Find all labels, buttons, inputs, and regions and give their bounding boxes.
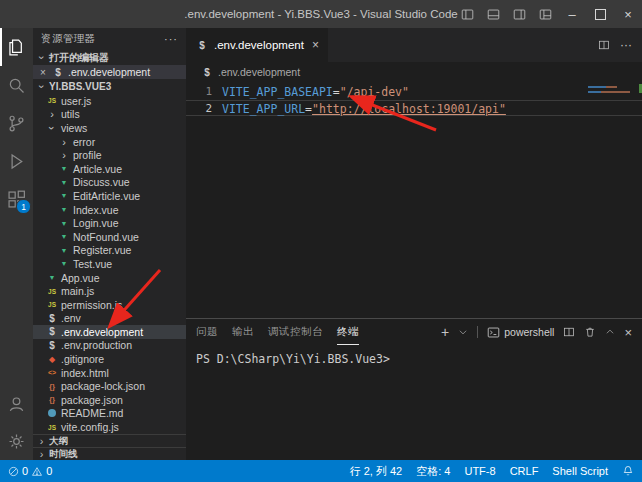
tree-item-index-html[interactable]: <>index.html xyxy=(33,366,186,380)
tree-item-label: profile xyxy=(73,149,102,161)
language-mode-status[interactable]: Shell Script xyxy=(552,465,608,477)
chevron-collapsed-icon: › xyxy=(45,108,59,120)
tree-item-package-lock-json[interactable]: {}package-lock.json xyxy=(33,379,186,393)
maximize-button[interactable] xyxy=(586,0,614,28)
more-actions-icon[interactable]: ··· xyxy=(164,33,178,45)
vue-file-icon: ▼ xyxy=(57,165,71,172)
tree-item-test-vue[interactable]: ▼Test.vue xyxy=(33,257,186,271)
tree-item-register-vue[interactable]: ▼Register.vue xyxy=(33,244,186,258)
open-editors-header[interactable]: › 打开的编辑器 xyxy=(33,50,186,65)
panel-tab-problems[interactable]: 问题 xyxy=(196,320,218,345)
tree-item-label: package-lock.json xyxy=(61,380,145,392)
tree-item-app-vue[interactable]: ▼App.vue xyxy=(33,271,186,285)
encoding-status[interactable]: UTF-8 xyxy=(464,465,495,477)
code-line-2[interactable]: 2VITE_APP_URL="http://localhost:19001/ap… xyxy=(186,100,642,116)
tree-item-editarticle-vue[interactable]: ▼EditArticle.vue xyxy=(33,189,186,203)
panel-tab-debug-console[interactable]: 调试控制台 xyxy=(268,320,323,345)
terminal-instance[interactable]: powershell xyxy=(487,326,554,339)
outline-section-header[interactable]: › 大纲 xyxy=(33,434,186,447)
tree-item--env[interactable]: $.env xyxy=(33,312,186,326)
code-editor[interactable]: 1VITE_APP_BASEAPI="/api-dev"2VITE_APP_UR… xyxy=(186,82,642,318)
env-variable-name: VITE_APP_BASEAPI xyxy=(222,84,333,100)
cursor-position-status[interactable]: 行 2, 列 42 xyxy=(350,464,403,479)
new-terminal-icon[interactable]: + xyxy=(441,325,449,339)
activity-bar-extensions[interactable]: 1 xyxy=(0,180,33,218)
tree-item-label: Discuss.vue xyxy=(73,176,130,188)
project-root-header[interactable]: › YI.BBS.VUE3 xyxy=(33,79,186,94)
tree-item-permission-js[interactable]: JSpermission.js xyxy=(33,298,186,312)
split-terminal-icon[interactable] xyxy=(563,326,575,338)
status-bar-right: 行 2, 列 42 空格: 4 UTF-8 CRLF Shell Script xyxy=(350,464,634,479)
tree-item-label: views xyxy=(61,122,87,134)
activity-bar-run-debug[interactable] xyxy=(0,142,33,180)
activity-bar-explorer[interactable] xyxy=(0,28,33,66)
tree-item-label: vite.config.js xyxy=(61,421,119,433)
tree-item-discuss-vue[interactable]: ▼Discuss.vue xyxy=(33,176,186,190)
js-file-icon: JS xyxy=(45,424,59,431)
tree-item-label: main.js xyxy=(61,285,94,297)
tree-item-readme-md[interactable]: README.md xyxy=(33,407,186,421)
more-actions-icon[interactable]: ··· xyxy=(620,38,632,52)
tree-item-label: user.js xyxy=(61,95,91,107)
toggle-sidebar-icon[interactable] xyxy=(454,0,480,28)
tree-item-login-vue[interactable]: ▼Login.vue xyxy=(33,216,186,230)
tree-item-main-js[interactable]: JSmain.js xyxy=(33,284,186,298)
tree-item-error[interactable]: ›error xyxy=(33,135,186,149)
maximize-panel-icon[interactable] xyxy=(605,327,615,337)
close-panel-icon[interactable]: × xyxy=(624,325,632,340)
split-editor-icon[interactable] xyxy=(598,39,610,51)
open-editor-item[interactable]: × $ .env.development xyxy=(33,65,186,79)
terminal-profile-dropdown-icon[interactable] xyxy=(458,327,468,337)
activity-bar-source-control[interactable] xyxy=(0,104,33,142)
notifications-bell-icon[interactable] xyxy=(622,465,634,477)
bottom-panel: 问题输出调试控制台终端 + powershell xyxy=(186,318,642,460)
indentation-status[interactable]: 空格: 4 xyxy=(416,464,450,479)
breadcrumb-item[interactable]: .env.development xyxy=(218,66,300,78)
panel-tab-output[interactable]: 输出 xyxy=(232,320,254,345)
minimap[interactable] xyxy=(588,86,636,96)
assignment-operator: = xyxy=(333,84,340,100)
tree-item-notfound-vue[interactable]: ▼NotFound.vue xyxy=(33,230,186,244)
close-window-button[interactable]: × xyxy=(614,0,642,28)
toggle-panel-icon[interactable] xyxy=(480,0,506,28)
tree-item-label: index.html xyxy=(61,367,109,379)
close-tab-icon[interactable]: × xyxy=(312,38,319,52)
tree-item-profile[interactable]: ›profile xyxy=(33,148,186,162)
timeline-label: 时间线 xyxy=(49,448,78,461)
panel-tab-terminal[interactable]: 终端 xyxy=(337,320,359,345)
eol-status[interactable]: CRLF xyxy=(510,465,539,477)
chevron-expanded-icon: › xyxy=(36,52,47,63)
activity-bar-accounts[interactable] xyxy=(0,384,33,422)
terminal-instance-label: powershell xyxy=(504,326,554,338)
tree-item-vite-config-js[interactable]: JSvite.config.js xyxy=(33,420,186,434)
tab-env-development[interactable]: $ .env.development × xyxy=(186,28,329,62)
explorer-sidebar: 资源管理器 ··· › 打开的编辑器 × $ .env.development … xyxy=(33,28,186,460)
terminal-icon xyxy=(487,326,500,339)
tree-item--gitignore[interactable]: ◆.gitignore xyxy=(33,352,186,366)
tree-item-utils[interactable]: ›utils xyxy=(33,108,186,122)
tree-item--env-production[interactable]: $.env.production xyxy=(33,339,186,353)
tree-item-user-js[interactable]: JSuser.js xyxy=(33,94,186,108)
minimize-button[interactable]: – xyxy=(558,0,586,28)
breadcrumb[interactable]: $ .env.development xyxy=(186,62,642,82)
terminal-output[interactable]: PS D:\CSharp\Yi\Yi.BBS.Vue3> xyxy=(186,345,642,366)
activity-bar-settings[interactable] xyxy=(0,422,33,460)
vscode-window: .env.development - Yi.BBS.Vue3 - Visual … xyxy=(0,0,642,482)
tree-item-views[interactable]: ›views xyxy=(33,121,186,135)
panel-header: 问题输出调试控制台终端 + powershell xyxy=(186,319,642,345)
close-editor-icon[interactable]: × xyxy=(38,67,48,78)
tree-item-article-vue[interactable]: ▼Article.vue xyxy=(33,162,186,176)
code-line-1[interactable]: 1VITE_APP_BASEAPI="/api-dev" xyxy=(186,84,642,100)
chevron-collapsed-icon: › xyxy=(36,436,47,447)
timeline-section-header[interactable]: › 时间线 xyxy=(33,447,186,460)
tree-item--env-development[interactable]: $.env.development xyxy=(33,325,186,339)
tree-item-index-vue[interactable]: ▼Index.vue xyxy=(33,203,186,217)
problems-status[interactable]: 0 0 xyxy=(8,465,52,477)
assignment-operator: = xyxy=(305,101,312,115)
toggle-secondary-sidebar-icon[interactable] xyxy=(506,0,532,28)
tree-item-package-json[interactable]: {}package.json xyxy=(33,393,186,407)
customize-layout-icon[interactable] xyxy=(532,0,558,28)
activity-bar-search[interactable] xyxy=(0,66,33,104)
kill-terminal-icon[interactable] xyxy=(584,326,596,338)
html-file-icon: <> xyxy=(45,369,59,376)
